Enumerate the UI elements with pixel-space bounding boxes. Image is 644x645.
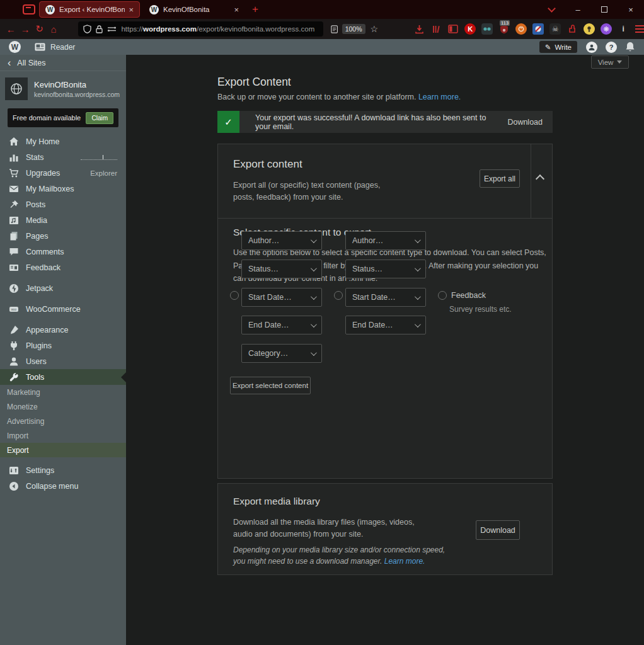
sidebar-item-feedback[interactable]: Feedback <box>0 260 126 275</box>
sidebar-item-posts[interactable]: Posts <box>0 197 126 212</box>
browser-tab-active[interactable]: W Export ‹ KevinOfBonita — Word × <box>39 1 140 18</box>
titlebar-chevron-icon[interactable] <box>538 0 565 19</box>
claim-button[interactable]: Claim <box>86 112 113 124</box>
media-icon <box>9 215 19 225</box>
all-sites-back-link[interactable]: ‹ All Sites <box>0 55 126 71</box>
sidebar-extension-icon[interactable] <box>447 23 459 35</box>
media-library-title: Export media library <box>233 496 320 507</box>
sidebar-item-tools[interactable]: Tools <box>0 369 126 385</box>
library-extension-icon[interactable] <box>430 23 442 35</box>
export-selected-content-button[interactable]: Export selected content <box>230 377 311 394</box>
lightbulb-extension-icon[interactable] <box>584 23 595 35</box>
sidebar-subitem-import[interactable]: Import <box>0 428 126 443</box>
extension-badge: 113 <box>500 20 510 26</box>
posts-start-date-select[interactable]: Start Date… <box>241 288 322 307</box>
plugin-icon <box>9 341 19 351</box>
profile-avatar[interactable] <box>586 42 597 53</box>
pages-status-select[interactable]: Status… <box>345 260 426 278</box>
lock-icon[interactable] <box>96 25 103 33</box>
back-icon[interactable]: ← <box>4 24 18 35</box>
purple-flower-extension-icon[interactable]: ❋ <box>601 23 612 35</box>
maximize-button[interactable] <box>591 0 618 19</box>
sidebar-item-jetpack[interactable]: Jetpack <box>0 280 126 296</box>
sidebar-item-plugins[interactable]: Plugins <box>0 338 126 353</box>
chevron-up-icon[interactable] <box>536 174 544 183</box>
sidebar-item-my-mailboxes[interactable]: My Mailboxes <box>0 181 126 197</box>
sidebar-item-appearance[interactable]: Appearance <box>0 322 126 338</box>
learn-more-link[interactable]: Learn more. <box>418 93 461 101</box>
mask-extension-icon[interactable] <box>481 23 493 35</box>
reader-menu-item[interactable]: Reader <box>27 39 83 55</box>
orange-circle-extension-icon[interactable] <box>515 23 527 35</box>
tab-title: KevinOfBonita <box>163 6 230 13</box>
bookmark-star-icon[interactable]: ☆ <box>371 24 379 34</box>
notifications-bell-icon[interactable] <box>625 42 635 52</box>
sidebar-item-media[interactable]: Media <box>0 212 126 228</box>
posts-status-select[interactable]: Status… <box>241 260 322 278</box>
tab-close-icon[interactable]: × <box>234 5 239 14</box>
home-icon[interactable]: ⌂ <box>47 24 61 35</box>
shield-badge-extension-icon[interactable]: 113 <box>498 23 510 35</box>
stats-icon <box>9 152 19 163</box>
info-extension-icon[interactable]: i <box>618 23 629 35</box>
sidebar-item-my-home[interactable]: My Home <box>0 134 126 149</box>
sidebar-item-stats[interactable]: Stats <box>0 149 126 165</box>
export-all-button[interactable]: Export all <box>480 169 520 188</box>
write-button[interactable]: ✎ Write <box>539 41 577 53</box>
reload-icon[interactable]: ↻ <box>32 23 47 35</box>
zoom-level[interactable]: 100% <box>342 24 365 34</box>
posts-end-date-select[interactable]: End Date… <box>241 316 322 334</box>
shield-icon[interactable] <box>83 25 91 33</box>
view-dropdown-arrow-icon <box>617 60 622 66</box>
back-chevron-icon: ‹ <box>8 57 11 69</box>
downloads-icon[interactable] <box>413 23 425 35</box>
sidebar-subitem-monetize[interactable]: Monetize <box>0 399 126 414</box>
firefox-view-icon[interactable] <box>23 4 35 14</box>
sidebar-item-upgrades[interactable]: Upgrades Explorer <box>0 165 126 181</box>
sidebar-item-comments[interactable]: Comments <box>0 244 126 260</box>
new-tab-button[interactable]: + <box>252 3 258 16</box>
close-window-button[interactable]: × <box>618 0 644 19</box>
posts-radio[interactable] <box>230 291 239 300</box>
forward-icon[interactable]: → <box>18 24 33 35</box>
skull-extension-icon[interactable]: ☠ <box>549 23 561 35</box>
site-domain: kevinofbonita.wordpress.com <box>34 91 120 98</box>
k-extension-icon[interactable]: K <box>464 23 476 35</box>
export-content-description: Export all (or specific) text content (p… <box>233 180 384 203</box>
pages-start-date-select[interactable]: Start Date… <box>345 288 426 307</box>
posts-author-select[interactable]: Author… <box>241 231 322 250</box>
page-subtitle: Back up or move your content to another … <box>217 93 461 101</box>
media-library-description: Download all the media library files (im… <box>233 517 422 540</box>
site-card[interactable]: KevinOfBonita kevinofbonita.wordpress.co… <box>0 71 126 106</box>
jetpack-icon <box>9 283 19 294</box>
permissions-icon[interactable] <box>107 26 117 32</box>
tab-close-icon[interactable]: × <box>129 5 134 14</box>
pages-radio[interactable] <box>334 291 343 300</box>
feedback-radio[interactable] <box>438 291 447 300</box>
posts-category-select[interactable]: Category… <box>241 344 322 363</box>
sidebar-item-woocommerce[interactable]: woo WooCommerce <box>0 301 126 317</box>
sidebar-subitem-export[interactable]: Export <box>0 443 126 457</box>
view-button[interactable]: View <box>591 55 629 69</box>
media-download-button[interactable]: Download <box>476 520 520 540</box>
media-learn-more-link[interactable]: Learn more. <box>384 557 425 566</box>
pages-author-select[interactable]: Author… <box>345 231 426 250</box>
wp-sidebar: ‹ All Sites KevinOfBonita kevinofbonita.… <box>0 55 126 645</box>
sidebar-subitem-advertising[interactable]: Advertising <box>0 414 126 428</box>
sidebar-item-pages[interactable]: Pages <box>0 228 126 244</box>
sidebar-item-users[interactable]: Users <box>0 353 126 369</box>
blue-shield-extension-icon[interactable] <box>532 23 544 35</box>
red-stamp-extension-icon[interactable] <box>566 23 578 35</box>
sidebar-item-collapse-menu[interactable]: Collapse menu <box>0 478 126 494</box>
url-bar[interactable]: https://wordpress.com/export/kevinofboni… <box>78 21 323 37</box>
sidebar-subitem-marketing[interactable]: Marketing <box>0 385 126 399</box>
help-icon[interactable]: ? <box>606 42 617 53</box>
pages-end-date-select[interactable]: End Date… <box>345 316 426 334</box>
sidebar-item-settings[interactable]: Settings <box>0 462 126 478</box>
menu-hamburger-icon[interactable] <box>635 25 644 33</box>
notice-download-link[interactable]: Download <box>507 118 553 127</box>
reader-mode-icon[interactable] <box>331 25 338 34</box>
minimize-button[interactable]: – <box>565 0 591 19</box>
browser-tab[interactable]: W KevinOfBonita × <box>144 1 244 18</box>
wordpress-logo-icon[interactable]: W <box>9 41 21 53</box>
